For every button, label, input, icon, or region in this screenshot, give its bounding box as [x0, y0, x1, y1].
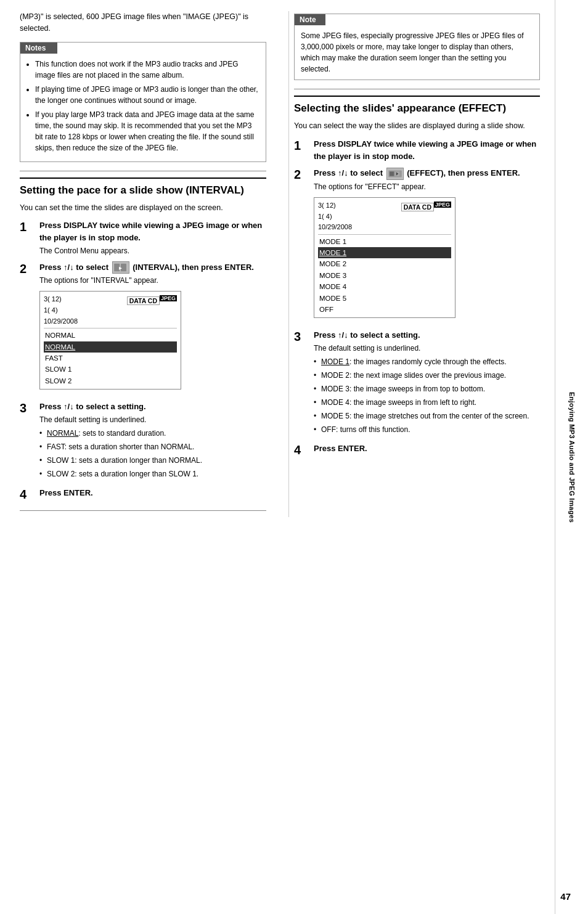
effect-step4-text: Press ENTER. [314, 444, 367, 453]
right-sidebar: Enjoying MP3 Audio and JPEG Images [555, 0, 588, 914]
interval-setting-2: SLOW 1: sets a duration longer than NORM… [39, 455, 266, 466]
note-header: Note [295, 14, 325, 25]
interval-item-1: NORMAL [44, 341, 177, 353]
notes-body: This function does not work if the MP3 a… [20, 54, 266, 161]
step2-text: Press ↑/↓ to select ▶ (INTERVAL), then p… [39, 263, 254, 272]
step2-sub: The options for "INTERVAL" appear. [39, 275, 266, 286]
effect-item-5: MODE 5 [318, 293, 451, 304]
menu-disc-badge: DATA CDJPEG [127, 294, 177, 327]
effect-step2: 2 Press ↑/↓ to select [294, 167, 540, 324]
effect-menu: 3( 12) 1( 4) 10/29/2008 DATA CDJPEG MODE… [314, 197, 455, 319]
interval-step1: 1 Press DISPLAY twice while viewing a JP… [20, 219, 266, 256]
step3-sub: The default setting is underlined. [39, 414, 266, 425]
effect-section-desc: You can select the way the slides are di… [294, 120, 540, 132]
effect-item-4: MODE 4 [318, 281, 451, 292]
left-column: (MP3)" is selected, 600 JPEG image files… [20, 11, 271, 517]
step4-text: Press ENTER. [39, 488, 93, 497]
effect-menu-disc-badge: DATA CDJPEG [401, 200, 451, 233]
effect-step3-number: 3 [294, 329, 309, 344]
right-column: Note Some JPEG files, especially progres… [288, 11, 540, 517]
notes-header: Notes [20, 43, 57, 54]
main-content: (MP3)" is selected, 600 JPEG image files… [0, 0, 555, 914]
note-box: Note Some JPEG files, especially progres… [294, 14, 540, 80]
effect-setting-5: OFF: turns off this function. [314, 424, 540, 435]
notes-list: This function does not work if the MP3 a… [27, 59, 259, 153]
step3-content: Press ↑/↓ to select a setting. The defau… [39, 401, 266, 482]
effect-step3-content: Press ↑/↓ to select a setting. The defau… [314, 329, 540, 438]
effect-step4-content: Press ENTER. [314, 443, 540, 455]
step2-number: 2 [20, 261, 35, 276]
effect-setting-0: MODE 1: the images randomly cycle throug… [314, 356, 540, 367]
two-col-layout: (MP3)" is selected, 600 JPEG image files… [20, 11, 540, 517]
effect-step1: 1 Press DISPLAY twice while viewing a JP… [294, 138, 540, 163]
step3-number: 3 [20, 401, 35, 415]
interval-setting-0: NORMAL: sets to standard duration. [39, 428, 266, 439]
effect-step3: 3 Press ↑/↓ to select a setting. The def… [294, 329, 540, 438]
notes-item-1: This function does not work if the MP3 a… [35, 59, 259, 81]
step4-number: 4 [20, 487, 35, 502]
interval-step2: 2 Press ↑/↓ to select ▶ [20, 261, 266, 396]
effect-step2-text: Press ↑/↓ to select (EFFECT [314, 168, 520, 177]
effect-item-1: MODE 1 [318, 247, 451, 258]
step4-content: Press ENTER. [39, 487, 266, 499]
interval-menu: 3( 12) 1( 4) 10/29/2008 DATA CDJPEG NORM… [39, 291, 181, 390]
interval-step3: 3 Press ↑/↓ to select a setting. The def… [20, 401, 266, 482]
menu-time: 3( 12) 1( 4) 10/29/2008 [44, 294, 78, 327]
effect-step2-content: Press ↑/↓ to select (EFFECT [314, 167, 540, 324]
interval-item-4: SLOW 2 [44, 375, 177, 386]
notes-item-2: If playing time of JPEG image or MP3 aud… [35, 84, 259, 106]
effect-step2-number: 2 [294, 167, 309, 182]
interval-icon: ▶ [112, 261, 129, 274]
svg-text:▶: ▶ [119, 266, 122, 270]
effect-menu-time: 3( 12) 1( 4) 10/29/2008 [318, 200, 352, 233]
effect-step4-number: 4 [294, 443, 309, 457]
svg-rect-6 [390, 171, 394, 176]
step1-number: 1 [20, 219, 35, 234]
intro-text: (MP3)" is selected, 600 JPEG image files… [20, 11, 266, 35]
interval-item-3: SLOW 1 [44, 364, 177, 375]
notes-item-3: If you play large MP3 track data and JPE… [35, 109, 259, 153]
effect-item-0: MODE 1 [318, 236, 451, 247]
page: (MP3)" is selected, 600 JPEG image files… [0, 0, 588, 914]
effect-section-title: Selecting the slides' appearance (EFFECT… [294, 96, 540, 115]
effect-item-6: OFF [318, 304, 451, 315]
interval-setting-1: FAST: sets a duration shorter than NORMA… [39, 441, 266, 452]
interval-step4: 4 Press ENTER. [20, 487, 266, 502]
sidebar-label: Enjoying MP3 Audio and JPEG Images [568, 391, 576, 522]
effect-step2-sub: The options for "EFFECT" appear. [314, 181, 540, 192]
step2-content: Press ↑/↓ to select ▶ (INTERVAL), then p… [39, 261, 266, 396]
effect-settings-list: MODE 1: the images randomly cycle throug… [314, 356, 540, 435]
step3-text: Press ↑/↓ to select a setting. [39, 402, 146, 411]
effect-step1-number: 1 [294, 138, 309, 153]
notes-box: Notes This function does not work if the… [20, 42, 266, 162]
interval-item-2: FAST [44, 353, 177, 364]
menu-header: 3( 12) 1( 4) 10/29/2008 DATA CDJPEG [44, 294, 177, 328]
note-body: Some JPEG files, especially progressive … [295, 25, 539, 80]
effect-setting-1: MODE 2: the next image slides over the p… [314, 370, 540, 381]
effect-step3-sub: The default setting is underlined. [314, 343, 540, 354]
effect-icon [386, 168, 404, 180]
interval-section-desc: You can set the time the slides are disp… [20, 202, 266, 214]
effect-setting-3: MODE 4: the image sweeps in from left to… [314, 397, 540, 408]
interval-settings-list: NORMAL: sets to standard duration. FAST:… [39, 428, 266, 479]
effect-step1-content: Press DISPLAY twice while viewing a JPEG… [314, 138, 540, 163]
effect-step1-text: Press DISPLAY twice while viewing a JPEG… [314, 139, 536, 161]
step1-sub: The Control Menu appears. [39, 245, 266, 256]
step1-content: Press DISPLAY twice while viewing a JPEG… [39, 219, 266, 256]
step1-text: Press DISPLAY twice while viewing a JPEG… [39, 221, 262, 242]
effect-menu-header: 3( 12) 1( 4) 10/29/2008 DATA CDJPEG [318, 200, 451, 235]
effect-setting-2: MODE 3: the image sweeps in from top to … [314, 383, 540, 394]
interval-section-title: Setting the pace for a slide show (INTER… [20, 177, 266, 197]
effect-step3-text: Press ↑/↓ to select a setting. [314, 330, 420, 340]
interval-setting-3: SLOW 2: sets a duration longer than SLOW… [39, 468, 266, 479]
effect-step4: 4 Press ENTER. [294, 443, 540, 457]
interval-item-0: NORMAL [44, 330, 177, 341]
effect-item-3: MODE 3 [318, 270, 451, 281]
effect-item-2: MODE 2 [318, 258, 451, 269]
effect-setting-4: MODE 5: the image stretches out from the… [314, 410, 540, 422]
